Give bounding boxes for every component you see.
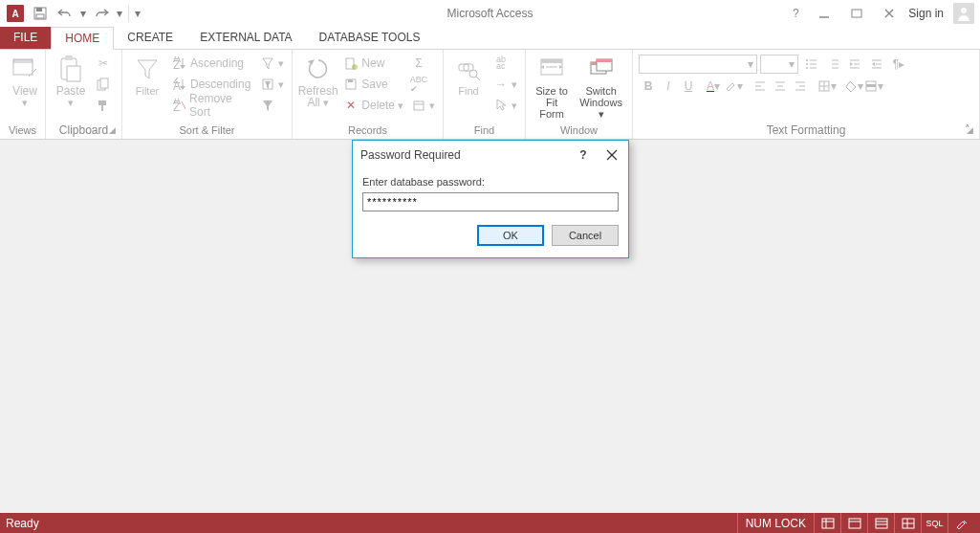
password-input[interactable] [362,192,619,211]
replace-button[interactable]: abac [491,54,519,73]
goto-button[interactable]: →▾ [491,75,519,94]
view-layout-button[interactable] [894,513,921,533]
svg-rect-31 [348,79,353,82]
maximize-icon[interactable] [843,3,870,24]
redo-dropdown-icon[interactable]: ▾ [115,2,124,25]
tab-file[interactable]: FILE [0,26,51,49]
avatar[interactable] [953,3,974,24]
switch-windows-icon [586,54,617,84]
ltr-button[interactable]: ¶▸ [889,55,908,74]
close-icon[interactable] [876,3,903,24]
copy-button[interactable] [94,75,113,94]
collapse-ribbon-icon[interactable]: ˄ [959,122,976,137]
ascending-button[interactable]: AZAscending [170,54,254,73]
fill-color-button[interactable]: ▾ [844,77,863,96]
ltr-icon: ¶▸ [893,57,904,71]
status-ready: Ready [6,517,39,530]
cancel-button[interactable]: Cancel [552,225,619,246]
tab-home[interactable]: HOME [51,27,114,50]
dialog-titlebar[interactable]: Password Required ? [353,141,628,169]
select-button[interactable]: ▾ [491,96,519,115]
bold-button[interactable]: B [639,77,658,96]
clipboard-launcher-icon[interactable]: ◢ [106,125,118,137]
descending-button[interactable]: ZADescending [170,75,254,94]
delete-record-button[interactable]: ✕Delete ▾ [341,96,405,115]
advanced-filter-button[interactable]: ▾ [258,75,286,94]
save-record-button[interactable]: Save [341,75,405,94]
svg-point-36 [469,70,477,78]
font-color-button[interactable]: A▾ [704,77,723,96]
filter-button[interactable]: Filter [128,52,166,99]
undo-icon[interactable] [54,2,76,25]
view-datasheet-button[interactable] [814,513,840,533]
redo-icon[interactable] [90,2,113,25]
view-button[interactable]: View▾ [6,52,44,110]
cut-button[interactable]: ✂ [94,54,113,73]
italic-button[interactable]: I [659,77,678,96]
numbering-button[interactable] [823,55,842,74]
signin-link[interactable]: Sign in [908,7,944,20]
size-to-fit-button[interactable]: Size toFit Form [532,52,572,122]
qat-customize-icon[interactable]: ▾ [133,2,142,25]
underline-icon: U [685,79,693,93]
toggle-filter-button[interactable] [258,96,286,115]
svg-rect-1 [36,8,42,11]
align-center-button[interactable] [771,77,790,96]
bold-icon: B [644,79,653,93]
align-center-icon [773,79,787,93]
svg-text:Z: Z [173,100,180,112]
decrease-indent-button[interactable] [867,55,886,74]
underline-button[interactable]: U [679,77,698,96]
alt-row-icon [864,79,878,93]
paste-button[interactable]: Paste▾ [52,52,90,110]
format-painter-button[interactable] [94,96,113,115]
ascending-label: Ascending [190,56,244,70]
undo-dropdown-icon[interactable]: ▾ [78,2,88,25]
tab-database-tools[interactable]: DATABASE TOOLS [306,26,434,49]
align-left-button[interactable] [751,77,770,96]
font-size-combo[interactable]: ▾ [760,55,798,74]
spelling-button[interactable]: ABC✔ [409,75,437,94]
view-design-button[interactable] [947,513,974,533]
increase-indent-button[interactable] [845,55,864,74]
svg-rect-13 [67,66,80,81]
bullets-button[interactable] [801,55,820,74]
gridlines-button[interactable]: ▾ [817,77,837,96]
selection-filter-button[interactable]: ▾ [258,54,286,73]
tab-external-data[interactable]: EXTERNAL DATA [186,26,305,49]
totals-button[interactable]: Σ [409,54,437,73]
more-records-button[interactable]: ▾ [409,96,437,115]
selection-filter-icon [260,56,275,71]
group-label-clipboard: Clipboard [59,123,108,137]
svg-rect-39 [541,59,562,63]
switch-windows-label: SwitchWindows ▾ [579,85,622,120]
switch-windows-button[interactable]: SwitchWindows ▾ [576,52,626,122]
svg-line-37 [476,77,480,80]
find-button[interactable]: Find [449,52,488,99]
app-logo[interactable]: A [4,2,27,25]
minimize-icon[interactable] [811,3,838,24]
refresh-all-button[interactable]: RefreshAll ▾ [298,52,338,110]
remove-sort-icon: AZ [172,98,186,113]
dialog-close-icon[interactable] [599,144,624,166]
dialog-help-icon[interactable]: ? [571,144,596,166]
view-report-button[interactable] [867,513,894,533]
new-record-button[interactable]: New [341,54,405,73]
highlight-icon [724,79,737,93]
svg-rect-15 [100,78,108,88]
tab-create[interactable]: CREATE [114,26,186,49]
toggle-filter-icon [260,98,275,113]
view-sql-button[interactable]: SQL [921,513,947,533]
save-icon[interactable] [29,2,52,25]
remove-sort-button[interactable]: AZRemove Sort [170,96,254,115]
refresh-icon [303,54,334,84]
help-icon[interactable]: ? [786,7,805,20]
font-name-combo[interactable]: ▾ [639,55,757,74]
align-right-button[interactable] [791,77,810,96]
svg-rect-2 [36,14,44,18]
ok-button[interactable]: OK [477,225,544,246]
app-title: Microsoft Access [446,7,533,20]
view-form-button[interactable] [840,513,867,533]
highlight-button[interactable]: ▾ [724,77,743,96]
alt-row-button[interactable]: ▾ [864,77,883,96]
